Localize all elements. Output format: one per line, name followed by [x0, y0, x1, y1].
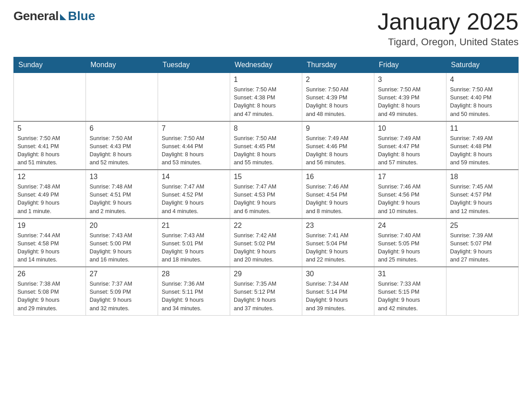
day-number: 28 [162, 270, 226, 278]
calendar-cell: 22Sunrise: 7:42 AMSunset: 5:02 PMDayligh… [230, 218, 302, 267]
day-info: Sunrise: 7:46 AMSunset: 4:56 PMDaylight:… [378, 183, 442, 215]
calendar-week-row: 26Sunrise: 7:38 AMSunset: 5:08 PMDayligh… [14, 267, 519, 315]
col-monday: Monday [86, 57, 158, 73]
day-number: 3 [378, 76, 442, 84]
calendar-cell: 12Sunrise: 7:48 AMSunset: 4:49 PMDayligh… [14, 170, 86, 218]
calendar-header-row: Sunday Monday Tuesday Wednesday Thursday… [14, 57, 519, 73]
day-info: Sunrise: 7:38 AMSunset: 5:08 PMDaylight:… [17, 280, 82, 313]
calendar-cell: 2Sunrise: 7:50 AMSunset: 4:39 PMDaylight… [302, 73, 374, 121]
day-info: Sunrise: 7:50 AMSunset: 4:43 PMDaylight:… [90, 134, 154, 167]
month-title: January 2025 [378, 9, 519, 34]
day-info: Sunrise: 7:45 AMSunset: 4:57 PMDaylight:… [450, 183, 515, 215]
col-sunday: Sunday [14, 57, 86, 73]
day-info: Sunrise: 7:48 AMSunset: 4:49 PMDaylight:… [17, 183, 82, 215]
day-number: 7 [162, 124, 226, 133]
day-info: Sunrise: 7:41 AMSunset: 5:04 PMDaylight:… [306, 231, 370, 264]
day-info: Sunrise: 7:37 AMSunset: 5:09 PMDaylight:… [90, 280, 154, 313]
page-header: General Blue January 2025 Tigard, Oregon… [13, 9, 519, 48]
calendar-table: Sunday Monday Tuesday Wednesday Thursday… [13, 57, 519, 316]
day-info: Sunrise: 7:36 AMSunset: 5:11 PMDaylight:… [162, 280, 226, 313]
day-info: Sunrise: 7:44 AMSunset: 4:58 PMDaylight:… [17, 231, 82, 264]
calendar-cell: 25Sunrise: 7:39 AMSunset: 5:07 PMDayligh… [446, 218, 519, 267]
calendar-cell: 23Sunrise: 7:41 AMSunset: 5:04 PMDayligh… [302, 218, 374, 267]
calendar-cell: 4Sunrise: 7:50 AMSunset: 4:40 PMDaylight… [446, 73, 519, 121]
day-number: 24 [378, 222, 442, 230]
calendar-cell [86, 73, 158, 121]
day-info: Sunrise: 7:43 AMSunset: 5:00 PMDaylight:… [90, 231, 154, 264]
day-info: Sunrise: 7:39 AMSunset: 5:07 PMDaylight:… [450, 231, 515, 264]
calendar-cell: 18Sunrise: 7:45 AMSunset: 4:57 PMDayligh… [446, 170, 519, 218]
day-number: 8 [234, 124, 298, 133]
calendar-cell: 8Sunrise: 7:50 AMSunset: 4:45 PMDaylight… [230, 121, 302, 170]
day-number: 6 [90, 124, 154, 133]
calendar-cell: 15Sunrise: 7:47 AMSunset: 4:53 PMDayligh… [230, 170, 302, 218]
calendar-cell: 20Sunrise: 7:43 AMSunset: 5:00 PMDayligh… [86, 218, 158, 267]
calendar-cell: 30Sunrise: 7:34 AMSunset: 5:14 PMDayligh… [302, 267, 374, 315]
day-number: 20 [90, 222, 154, 230]
day-number: 31 [378, 270, 442, 278]
calendar-cell: 29Sunrise: 7:35 AMSunset: 5:12 PMDayligh… [230, 267, 302, 315]
calendar-week-row: 5Sunrise: 7:50 AMSunset: 4:41 PMDaylight… [14, 121, 519, 170]
day-info: Sunrise: 7:40 AMSunset: 5:05 PMDaylight:… [378, 231, 442, 264]
calendar-week-row: 12Sunrise: 7:48 AMSunset: 4:49 PMDayligh… [14, 170, 519, 218]
day-info: Sunrise: 7:50 AMSunset: 4:41 PMDaylight:… [17, 134, 82, 167]
day-info: Sunrise: 7:34 AMSunset: 5:14 PMDaylight:… [306, 280, 370, 313]
day-number: 16 [306, 173, 370, 181]
calendar-cell [14, 73, 86, 121]
calendar-cell: 13Sunrise: 7:48 AMSunset: 4:51 PMDayligh… [86, 170, 158, 218]
day-info: Sunrise: 7:33 AMSunset: 5:15 PMDaylight:… [378, 280, 442, 313]
col-thursday: Thursday [302, 57, 374, 73]
calendar-cell: 11Sunrise: 7:49 AMSunset: 4:48 PMDayligh… [446, 121, 519, 170]
logo-general-text: General [13, 9, 59, 23]
day-number: 11 [450, 124, 515, 133]
calendar-cell: 9Sunrise: 7:49 AMSunset: 4:46 PMDaylight… [302, 121, 374, 170]
day-number: 12 [17, 173, 82, 181]
col-saturday: Saturday [446, 57, 519, 73]
day-info: Sunrise: 7:35 AMSunset: 5:12 PMDaylight:… [234, 280, 298, 313]
calendar-cell: 21Sunrise: 7:43 AMSunset: 5:01 PMDayligh… [158, 218, 230, 267]
calendar-cell: 14Sunrise: 7:47 AMSunset: 4:52 PMDayligh… [158, 170, 230, 218]
calendar-week-row: 1Sunrise: 7:50 AMSunset: 4:38 PMDaylight… [14, 73, 519, 121]
col-wednesday: Wednesday [230, 57, 302, 73]
location-text: Tigard, Oregon, United States [378, 36, 519, 48]
day-number: 27 [90, 270, 154, 278]
calendar-cell: 3Sunrise: 7:50 AMSunset: 4:39 PMDaylight… [374, 73, 446, 121]
day-number: 1 [234, 76, 298, 84]
day-info: Sunrise: 7:49 AMSunset: 4:47 PMDaylight:… [378, 134, 442, 167]
title-block: January 2025 Tigard, Oregon, United Stat… [378, 9, 519, 48]
day-number: 14 [162, 173, 226, 181]
logo-triangle-icon [60, 14, 66, 20]
calendar-cell [446, 267, 519, 315]
day-info: Sunrise: 7:50 AMSunset: 4:39 PMDaylight:… [306, 86, 370, 118]
calendar-cell: 17Sunrise: 7:46 AMSunset: 4:56 PMDayligh… [374, 170, 446, 218]
calendar-cell: 16Sunrise: 7:46 AMSunset: 4:54 PMDayligh… [302, 170, 374, 218]
day-info: Sunrise: 7:50 AMSunset: 4:38 PMDaylight:… [234, 86, 298, 118]
calendar-week-row: 19Sunrise: 7:44 AMSunset: 4:58 PMDayligh… [14, 218, 519, 267]
calendar-cell: 1Sunrise: 7:50 AMSunset: 4:38 PMDaylight… [230, 73, 302, 121]
day-number: 9 [306, 124, 370, 133]
calendar-cell: 6Sunrise: 7:50 AMSunset: 4:43 PMDaylight… [86, 121, 158, 170]
calendar-cell: 26Sunrise: 7:38 AMSunset: 5:08 PMDayligh… [14, 267, 86, 315]
day-info: Sunrise: 7:50 AMSunset: 4:44 PMDaylight:… [162, 134, 226, 167]
day-info: Sunrise: 7:47 AMSunset: 4:53 PMDaylight:… [234, 183, 298, 215]
calendar-cell: 7Sunrise: 7:50 AMSunset: 4:44 PMDaylight… [158, 121, 230, 170]
day-info: Sunrise: 7:49 AMSunset: 4:46 PMDaylight:… [306, 134, 370, 167]
day-number: 13 [90, 173, 154, 181]
day-info: Sunrise: 7:48 AMSunset: 4:51 PMDaylight:… [90, 183, 154, 215]
calendar-cell [158, 73, 230, 121]
day-number: 18 [450, 173, 515, 181]
day-number: 26 [17, 270, 82, 278]
day-number: 2 [306, 76, 370, 84]
logo-blue-text: Blue [68, 9, 95, 23]
logo: General Blue [13, 9, 95, 23]
col-friday: Friday [374, 57, 446, 73]
day-info: Sunrise: 7:50 AMSunset: 4:39 PMDaylight:… [378, 86, 442, 118]
day-info: Sunrise: 7:43 AMSunset: 5:01 PMDaylight:… [162, 231, 226, 264]
day-number: 19 [17, 222, 82, 230]
calendar-cell: 24Sunrise: 7:40 AMSunset: 5:05 PMDayligh… [374, 218, 446, 267]
day-number: 15 [234, 173, 298, 181]
day-info: Sunrise: 7:50 AMSunset: 4:40 PMDaylight:… [450, 86, 515, 118]
col-tuesday: Tuesday [158, 57, 230, 73]
day-info: Sunrise: 7:49 AMSunset: 4:48 PMDaylight:… [450, 134, 515, 167]
day-info: Sunrise: 7:42 AMSunset: 5:02 PMDaylight:… [234, 231, 298, 264]
